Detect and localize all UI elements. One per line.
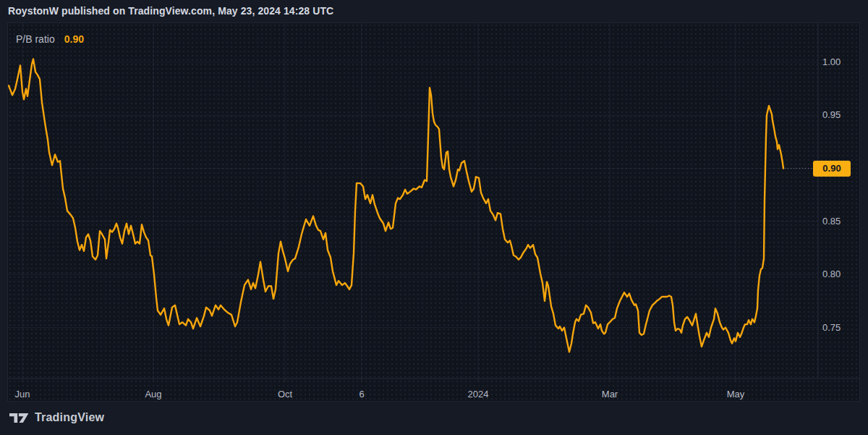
price-axis-label: 0.75 [822,322,841,334]
time-axis-label: Oct [262,389,308,400]
price-axis-label: 0.95 [822,109,841,121]
last-price-badge: 0.90 [813,161,851,177]
tradingview-snapshot-page: RoystonW published on TradingView.com, M… [0,0,868,435]
time-axis-label: 6 [339,389,385,400]
legend-series-label: P/B ratio [16,33,55,46]
time-axis-label: 2024 [455,389,501,400]
price-axis-label: 0.85 [822,216,841,227]
tradingview-logo[interactable]: TradingView [9,410,104,425]
chart-widget: P/B ratio 0.90 1.000.950.850.800.75 JunA… [7,22,860,402]
tradingview-logo-icon [9,413,29,423]
pb-ratio-line-series [9,59,783,352]
time-axis-label: Jun [0,389,46,400]
chart-plot-area[interactable] [8,23,859,401]
chart-legend: P/B ratio 0.90 [16,33,84,46]
price-axis-label: 0.80 [822,269,841,280]
tradingview-logo-text: TradingView [35,411,104,424]
price-axis-label: 1.00 [822,56,841,68]
attribution-title: RoystonW published on TradingView.com, M… [8,5,333,18]
time-axis-label: May [712,389,759,400]
time-axis-label: Mar [587,389,633,400]
time-axis-label: Aug [130,389,176,400]
last-price-badge-value: 0.90 [822,163,841,174]
legend-series-value: 0.90 [64,33,84,46]
